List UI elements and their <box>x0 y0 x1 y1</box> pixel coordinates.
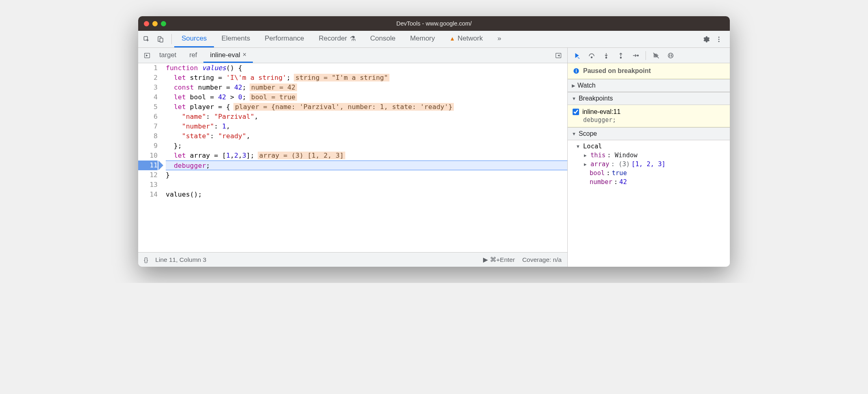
cursor-position: Line 11, Column 3 <box>155 256 206 263</box>
sources-pane: target ref inline-eval× 1 2 3 4 5 6 7 8 <box>138 48 568 267</box>
file-tab-target[interactable]: target <box>153 48 183 63</box>
inline-value: string = "I'm a string" <box>294 74 389 81</box>
line-number[interactable]: 4 <box>138 92 158 102</box>
main-tabbar: Sources Elements Performance Recorder⚗ C… <box>138 31 730 48</box>
kebab-menu-icon[interactable] <box>713 33 725 45</box>
svg-point-10 <box>620 57 622 58</box>
scope-var-bool[interactable]: bool: true <box>568 169 730 178</box>
minimize-window-button[interactable] <box>152 21 158 26</box>
format-code-icon[interactable]: {} <box>144 256 148 263</box>
line-number[interactable]: 8 <box>138 131 158 141</box>
inline-value: bool = true <box>250 93 297 101</box>
line-number[interactable]: 5 <box>138 102 158 112</box>
svg-point-4 <box>718 39 720 40</box>
svg-point-12 <box>668 53 673 58</box>
line-number[interactable]: 3 <box>138 83 158 92</box>
scope-var-array[interactable]: ▶ array: (3) [1, 2, 3] <box>568 160 730 169</box>
svg-point-8 <box>591 57 592 58</box>
line-number[interactable]: 12 <box>138 170 158 180</box>
inline-value: number = 42 <box>250 84 297 91</box>
resume-icon[interactable] <box>571 49 583 62</box>
warning-icon: ▲ <box>449 35 455 42</box>
pause-on-exceptions-icon[interactable] <box>665 49 677 62</box>
chevron-right-icon: ▶ <box>572 83 575 88</box>
line-number[interactable]: 2 <box>138 73 158 83</box>
code-body[interactable]: function values() { let string = 'I\'m a… <box>163 63 567 252</box>
deactivate-breakpoints-icon[interactable] <box>650 49 662 62</box>
step-over-icon[interactable] <box>586 49 598 62</box>
watch-panel-header[interactable]: ▶ Watch <box>568 79 730 92</box>
chevron-down-icon: ▼ <box>572 96 576 101</box>
close-icon[interactable]: × <box>243 51 246 58</box>
svg-point-9 <box>606 57 607 58</box>
line-number-current[interactable]: 11 <box>138 161 158 170</box>
debugger-pane: Paused on breakpoint ▶ Watch ▼ Breakpoin… <box>568 48 730 267</box>
line-number[interactable]: 6 <box>138 112 158 122</box>
navigator-toggle-icon[interactable] <box>141 49 153 62</box>
file-tab-inline-eval[interactable]: inline-eval× <box>203 48 253 63</box>
chevron-right-icon: ▶ <box>584 153 588 158</box>
run-hint[interactable]: ▶ ⌘+Enter <box>483 256 515 263</box>
tab-sources[interactable]: Sources <box>174 31 214 47</box>
device-toggle-icon[interactable] <box>154 33 167 45</box>
line-number[interactable]: 9 <box>138 141 158 151</box>
tab-console[interactable]: Console <box>363 31 403 47</box>
breakpoint-code: debugger; <box>573 116 725 124</box>
breakpoint-label: inline-eval:11 <box>582 108 620 116</box>
scope-var-this[interactable]: ▶ this: Window <box>568 151 730 160</box>
titlebar: DevTools - www.google.com/ <box>138 16 730 31</box>
paused-message: Paused on breakpoint <box>583 67 651 75</box>
svg-rect-2 <box>160 38 163 42</box>
editor-statusbar: {} Line 11, Column 3 ▶ ⌘+Enter Coverage:… <box>138 252 567 267</box>
window-title: DevTools - www.google.com/ <box>396 20 472 27</box>
tab-network[interactable]: ▲Network <box>442 31 490 47</box>
scope-local-header[interactable]: ▼ Local <box>568 142 730 151</box>
coverage-status: Coverage: n/a <box>522 256 562 263</box>
inline-value: array = (3) [1, 2, 3] <box>258 152 346 159</box>
inline-value: player = {name: 'Parzival', number: 1, s… <box>233 103 454 111</box>
step-out-icon[interactable] <box>615 49 627 62</box>
flask-icon: ⚗ <box>350 34 356 43</box>
chevron-right-icon: ▶ <box>584 162 588 167</box>
breakpoints-panel-header[interactable]: ▼ Breakpoints <box>568 92 730 105</box>
debugger-toolbar <box>568 48 730 63</box>
execution-line: debugger; <box>166 161 567 170</box>
line-number[interactable]: 13 <box>138 180 158 190</box>
scope-body: ▼ Local ▶ this: Window ▶ array: (3) [1, … <box>568 140 730 190</box>
line-number[interactable]: 1 <box>138 63 158 73</box>
svg-point-5 <box>718 41 720 42</box>
paused-banner: Paused on breakpoint <box>568 63 730 79</box>
chevron-down-icon: ▼ <box>577 144 581 149</box>
file-tab-ref[interactable]: ref <box>183 48 203 63</box>
more-tabs-icon[interactable] <box>553 49 564 62</box>
chevron-down-icon: ▼ <box>572 131 576 136</box>
scope-panel-header[interactable]: ▼ Scope <box>568 127 730 140</box>
settings-icon[interactable] <box>700 33 712 45</box>
file-tabbar: target ref inline-eval× <box>138 48 567 63</box>
code-editor[interactable]: 1 2 3 4 5 6 7 8 9 10 11 12 13 14 functio… <box>138 63 567 252</box>
scope-var-number[interactable]: number: 42 <box>568 178 730 186</box>
close-window-button[interactable] <box>144 21 149 26</box>
tab-elements[interactable]: Elements <box>214 31 257 47</box>
line-number[interactable]: 14 <box>138 190 158 199</box>
info-icon <box>573 67 580 75</box>
fullscreen-window-button[interactable] <box>161 21 166 26</box>
breakpoint-item[interactable]: inline-eval:11 debugger; <box>568 105 730 127</box>
line-number[interactable]: 7 <box>138 122 158 131</box>
window-controls <box>144 21 166 26</box>
devtools-window: DevTools - www.google.com/ Sources Eleme… <box>138 16 730 267</box>
tab-performance[interactable]: Performance <box>257 31 311 47</box>
breakpoint-checkbox[interactable] <box>573 109 579 115</box>
tab-memory[interactable]: Memory <box>403 31 442 47</box>
svg-point-11 <box>637 55 639 56</box>
line-number[interactable]: 10 <box>138 151 158 161</box>
tab-overflow[interactable]: » <box>490 31 509 47</box>
line-gutter[interactable]: 1 2 3 4 5 6 7 8 9 10 11 12 13 14 <box>138 63 163 252</box>
step-into-icon[interactable] <box>600 49 612 62</box>
tab-recorder[interactable]: Recorder⚗ <box>312 31 363 47</box>
inspect-element-icon[interactable] <box>141 33 153 45</box>
step-icon[interactable] <box>629 49 641 62</box>
svg-point-3 <box>718 36 720 38</box>
